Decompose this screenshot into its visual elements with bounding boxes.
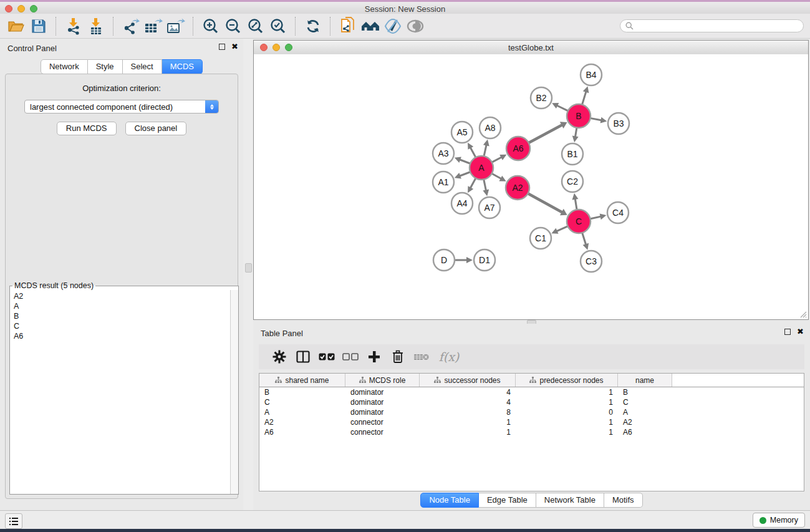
table-row[interactable]: Adominator80A	[259, 407, 804, 417]
function-builder-icon[interactable]: f(x)	[433, 347, 465, 367]
table-cell[interactable]: dominator	[345, 397, 420, 407]
column-header-name[interactable]: name	[618, 374, 672, 387]
table-cell[interactable]: A6	[259, 427, 345, 437]
zoom-in-icon[interactable]	[200, 16, 222, 36]
float-table-panel-icon[interactable]	[784, 329, 791, 335]
table-cell[interactable]: 1	[516, 417, 618, 427]
delete-column-icon[interactable]	[386, 347, 410, 367]
desktop-edge	[0, 529, 810, 532]
tab-node-table[interactable]: Node Table	[420, 493, 479, 508]
column-header-successor-nodes[interactable]: successor nodes	[420, 374, 516, 387]
table-cell[interactable]: 1	[420, 427, 516, 437]
table-cell[interactable]: 4	[420, 397, 516, 407]
mcds-result-item[interactable]: A2	[14, 291, 231, 301]
mcds-result-item[interactable]: A6	[14, 331, 231, 341]
table-row[interactable]: A2connector11A2	[259, 417, 804, 427]
table-cell[interactable]: C	[618, 397, 672, 407]
refresh-icon[interactable]	[302, 16, 324, 36]
column-header-predecessor-nodes[interactable]: predecessor nodes	[516, 374, 618, 387]
settings-gear-icon[interactable]	[268, 347, 291, 367]
clone-network-icon[interactable]	[337, 16, 359, 36]
float-panel-icon[interactable]	[219, 44, 225, 50]
close-table-panel-icon[interactable]: ✖	[797, 329, 804, 335]
splitter-grip[interactable]	[245, 263, 252, 273]
mcds-result-list[interactable]: A2ABCA6	[10, 290, 231, 494]
save-session-icon[interactable]	[27, 16, 50, 36]
table-cell[interactable]: 1	[420, 417, 516, 427]
zoom-out-icon[interactable]	[222, 16, 244, 36]
table-cell[interactable]: C	[259, 397, 345, 407]
result-scrollbar[interactable]	[230, 290, 238, 494]
graph-edge	[527, 193, 563, 213]
mcds-result-box: MCDS result (5 nodes) A2ABCA6	[9, 281, 239, 495]
delete-table-icon[interactable]	[410, 347, 433, 367]
task-history-button[interactable]	[5, 513, 22, 529]
network-canvas[interactable]: B4B2BB3A8A5A6A3B1AA1C2A2A4A7C4CC1DD1C3	[254, 54, 808, 319]
tab-select[interactable]: Select	[123, 59, 162, 74]
table-cell[interactable]: A6	[618, 427, 672, 437]
export-image-icon[interactable]	[165, 16, 187, 36]
search-input[interactable]	[634, 21, 792, 31]
add-column-icon[interactable]	[362, 347, 386, 367]
table-cell[interactable]: 0	[516, 407, 618, 417]
table-cell[interactable]: A	[618, 407, 672, 417]
column-header-MCDS-role[interactable]: MCDS role	[345, 374, 420, 387]
column-view-icon[interactable]	[291, 347, 315, 367]
edge-arrowhead-icon	[583, 86, 589, 93]
table-cell[interactable]: 1	[516, 397, 618, 407]
table-cell[interactable]: 4	[420, 387, 516, 397]
select-all-icon[interactable]	[315, 347, 339, 367]
tab-mcds[interactable]: MCDS	[162, 59, 203, 74]
close-panel-icon[interactable]: ✖	[231, 44, 238, 50]
table-cell[interactable]: B	[259, 387, 345, 397]
criterion-dropdown[interactable]: largest connected component (directed)	[24, 100, 219, 114]
edge-arrowhead-icon	[600, 213, 607, 220]
table-cell[interactable]: A2	[618, 417, 672, 427]
node-table[interactable]: shared nameMCDS rolesuccessor nodesprede…	[259, 373, 804, 491]
show-graphics-icon[interactable]	[404, 16, 427, 36]
open-file-icon[interactable]	[5, 16, 27, 36]
import-network-icon[interactable]	[62, 16, 85, 36]
cybrowser-icon[interactable]	[359, 16, 382, 36]
zoom-selected-icon[interactable]	[267, 16, 289, 36]
table-cell[interactable]: 1	[516, 427, 618, 437]
resize-grip-icon[interactable]	[798, 309, 807, 318]
import-table-icon[interactable]	[85, 16, 107, 36]
search-box[interactable]	[620, 19, 804, 32]
column-header-shared-name[interactable]: shared name	[259, 374, 345, 387]
graph-node-label: A8	[485, 123, 495, 133]
table-cell[interactable]: dominator	[345, 407, 420, 417]
hide-annotations-icon[interactable]	[382, 16, 404, 36]
export-table-icon[interactable]	[142, 16, 165, 36]
deselect-all-icon[interactable]	[339, 347, 362, 367]
vertical-splitter[interactable]	[243, 39, 253, 510]
tab-network[interactable]: Network	[41, 59, 88, 74]
graph-node-label: D1	[479, 255, 490, 265]
table-cell[interactable]: B	[618, 387, 672, 397]
table-row[interactable]: Cdominator41C	[259, 397, 804, 407]
table-row[interactable]: Bdominator41B	[259, 387, 804, 397]
tab-edge-table[interactable]: Edge Table	[479, 493, 536, 508]
tab-motifs[interactable]: Motifs	[604, 493, 643, 508]
table-cell[interactable]: connector	[345, 427, 420, 437]
zoom-fit-icon[interactable]	[244, 16, 267, 36]
table-cell[interactable]: A	[259, 407, 345, 417]
table-row[interactable]: A6connector11A6	[259, 427, 804, 437]
table-cell[interactable]: A2	[259, 417, 345, 427]
network-graph[interactable]: B4B2BB3A8A5A6A3B1AA1C2A2A4A7C4CC1DD1C3	[254, 54, 808, 320]
table-cell[interactable]: connector	[345, 417, 420, 427]
table-cell[interactable]: 1	[516, 387, 618, 397]
mcds-result-item[interactable]: C	[14, 321, 231, 331]
tab-style[interactable]: Style	[88, 59, 123, 74]
table-cell[interactable]: dominator	[345, 387, 420, 397]
export-network-icon[interactable]	[120, 16, 142, 36]
memory-button[interactable]: Memory	[753, 513, 805, 528]
tab-network-table[interactable]: Network Table	[536, 493, 604, 508]
network-window-titlebar[interactable]: testGlobe.txt	[254, 41, 808, 55]
run-mcds-button[interactable]: Run MCDS	[57, 122, 117, 135]
mcds-result-item[interactable]: A	[14, 301, 231, 311]
close-panel-button[interactable]: Close panel	[125, 122, 187, 135]
network-view-window: testGlobe.txt B4B2BB3A8A5A6A3B1AA1C2A2A4…	[253, 40, 809, 320]
table-cell[interactable]: 8	[420, 407, 516, 417]
mcds-result-item[interactable]: B	[14, 311, 231, 321]
